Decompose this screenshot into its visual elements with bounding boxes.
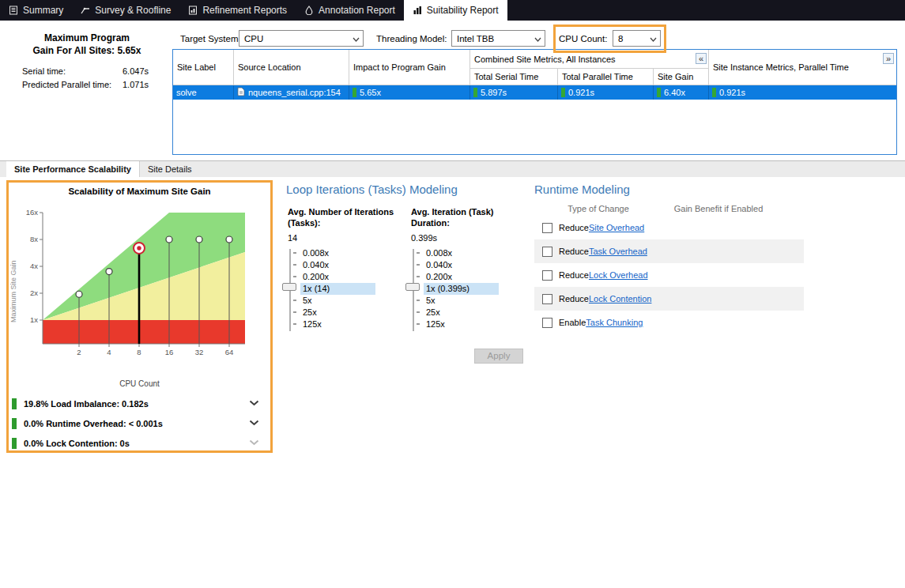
row-reduce-task-overhead: Reduce Task Overhead [534,239,804,263]
reduce-lock-contention-checkbox[interactable] [542,294,552,304]
row-reduce-site-overhead: Reduce Site Overhead [534,216,804,239]
column-header-total-parallel-time[interactable]: Total Parallel Time [558,69,654,85]
chevron-down-icon[interactable] [249,439,259,446]
scale-option[interactable]: 0.200x [424,271,499,283]
gain-bar [657,88,661,97]
tab-annotation-report[interactable]: Annotation Report [296,0,404,21]
tab-summary[interactable]: Summary [0,0,72,21]
column-group-instance-metrics[interactable]: Site Instance Metrics, Parallel Time [709,50,896,85]
tab-site-details[interactable]: Site Details [140,161,200,177]
scalability-chart-panel: Scalability of Maximum Site Gain Maximum… [6,180,273,453]
scale-option[interactable]: 0.200x [300,271,375,283]
svg-text:16x: 16x [26,208,39,217]
cell-site-gain: 6.40x [654,85,709,100]
cell-source-location: nqueens_serial.cpp:154 [234,85,349,100]
gain-bar [561,88,565,97]
scale-option[interactable]: 0.040x [300,259,375,271]
target-system-value: CPU [244,34,263,43]
tab-label: Refinement Reports [202,5,287,16]
serial-time-value: 6.047s [123,66,149,76]
total-serial-value: 5.897s [481,88,507,97]
row-prefix: Enable [559,318,586,327]
cell-total-serial: 5.897s [470,85,558,100]
runtime-overhead-expander[interactable]: 0.0% Runtime Overhead: < 0.001s [12,416,267,431]
apply-button[interactable]: Apply [474,349,523,364]
avg-iterations-value: 14 [288,233,297,243]
lock-overhead-link[interactable]: Lock Overhead [589,270,648,280]
site-label-text: solve [176,88,197,97]
column-header-site-gain[interactable]: Site Gain [654,69,709,85]
scale-option[interactable]: 0.008x [300,247,375,259]
chevron-down-icon [534,37,541,42]
column-header-total-serial-time[interactable]: Total Serial Time [470,69,558,85]
cell-impact: 5.65x [349,85,470,100]
avg-iterations-label-line1: Avg. Number of Iterations [288,206,408,217]
site-overhead-link[interactable]: Site Overhead [589,223,644,232]
load-imbalance-expander[interactable]: 19.8% Load Imbalance: 0.182s [12,396,267,411]
serial-time-stat: Serial time: 6.047s [22,66,149,76]
tab-survey-roofline[interactable]: Survey & Roofline [72,0,179,21]
avg-iterations-label: Avg. Number of Iterations (Tasks): [288,206,408,228]
row-enable-task-chunking: Enable Task Chunking [534,311,804,334]
column-header-site-label[interactable]: Site Label [173,50,234,85]
scale-option-selected[interactable]: 1x (0.399s) [424,283,499,295]
scale-option[interactable]: 125x [300,318,375,330]
scale-option[interactable]: 25x [300,307,375,318]
reduce-lock-overhead-checkbox[interactable] [542,270,552,281]
collapse-columns-button[interactable]: « [696,53,707,64]
instance-parallel-value: 0.921s [719,88,745,97]
scale-option[interactable]: 5x [424,295,499,307]
tab-site-performance-scalability[interactable]: Site Performance Scalability [6,161,140,177]
tab-refinement-reports[interactable]: Refinement Reports [179,0,296,21]
column-header-impact[interactable]: Impact to Program Gain [349,50,470,85]
serial-time-label: Serial time: [22,66,66,76]
site-gain-value: 6.40x [664,88,685,97]
cpu-count-select[interactable]: 8 [613,30,661,47]
tab-label: Survey & Roofline [95,5,171,16]
avg-iterations-label-line2: (Tasks): [288,217,408,228]
sites-table: Site Label Source Location Impact to Pro… [172,49,897,155]
column-header-source-location[interactable]: Source Location [234,50,349,85]
lock-contention-link[interactable]: Lock Contention [589,294,652,303]
scale-option[interactable]: 0.040x [424,259,499,271]
impact-value: 5.65x [360,88,381,97]
cpu-count-label: CPU Count: [559,34,607,43]
task-overhead-link[interactable]: Task Overhead [589,247,647,256]
task-chunking-link[interactable]: Task Chunking [586,318,643,327]
scalability-chart: 1x2x4x8x16x248163264 [11,197,268,379]
tab-label: Summary [23,5,63,16]
svg-text:32: 32 [195,348,204,356]
column-group-combined-metrics[interactable]: Combined Site Metrics, All Instances [470,50,709,69]
cell-instance-parallel: 0.921s [709,85,896,100]
scale-option[interactable]: 0.008x [424,247,499,259]
row-prefix: Reduce [559,294,589,303]
duration-slider[interactable]: 0.008x 0.040x 0.200x 1x (0.399s) 5x 25x … [400,247,503,334]
scale-option[interactable]: 5x [300,295,375,307]
svg-text:1x: 1x [30,315,38,324]
slider-handle[interactable] [282,283,296,291]
chevron-down-icon[interactable] [249,420,259,426]
type-of-change-header: Type of Change [551,204,646,213]
reduce-task-overhead-checkbox[interactable] [542,247,552,257]
total-parallel-value: 0.921s [568,88,594,97]
parallel-time-stat: Predicted Parallel time: 1.071s [22,80,149,89]
threading-model-select[interactable]: Intel TBB [451,30,545,47]
source-file-icon [237,87,245,98]
slider-handle[interactable] [405,283,420,291]
annotation-report-icon [304,6,314,15]
scale-option[interactable]: 25x [424,307,499,318]
enable-task-chunking-checkbox[interactable] [542,318,552,328]
scale-option-selected[interactable]: 1x (14) [300,283,375,295]
tab-label: Annotation Report [319,5,395,16]
iterations-slider[interactable]: 0.008x 0.040x 0.200x 1x (14) 5x 25x 125x [277,247,379,334]
program-gain-title: Maximum Program Gain For All Sites: 5.65… [6,32,168,57]
reduce-site-overhead-checkbox[interactable] [542,223,552,233]
site-table-row-selected[interactable]: solve nqueens_serial.cpp:154 5.65x 5.897… [173,85,896,100]
expand-columns-button[interactable]: » [883,53,894,64]
scale-option[interactable]: 125x [424,318,499,330]
chart-x-axis-label: CPU Count [9,379,270,388]
lock-contention-expander[interactable]: 0.0% Lock Contention: 0s [12,435,267,450]
target-system-select[interactable]: CPU [239,30,364,47]
tab-suitability-report[interactable]: Suitability Report [404,0,507,21]
chevron-down-icon[interactable] [249,400,259,406]
